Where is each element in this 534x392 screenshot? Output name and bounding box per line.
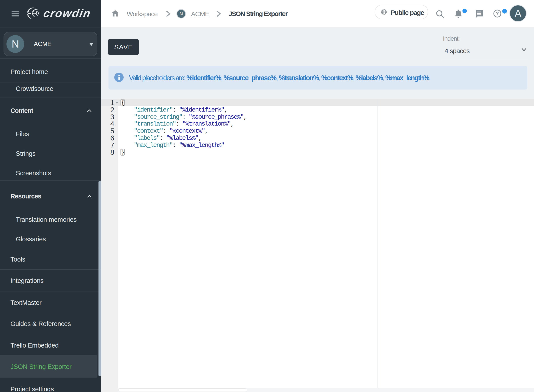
- svg-text:?: ?: [496, 11, 499, 16]
